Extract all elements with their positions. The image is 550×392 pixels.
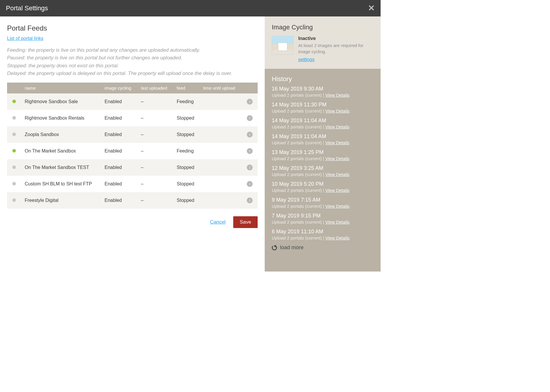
feed-name: Freestyle Digital [21,192,101,209]
info-icon[interactable]: i [247,197,253,203]
history-item: 14 May 2019 11:04 AMUpload 2 portals (cu… [272,118,374,129]
history-sub: Upload 2 portals (current)|View Details [272,124,374,129]
separator: | [323,156,324,161]
separator: | [323,108,324,113]
history-time: 12 May 2019 3:25 AM [272,165,374,171]
feed-state: Stopped [173,176,200,192]
view-details-link[interactable]: View Details [325,188,349,193]
history-sub: Upload 2 portals (current)|View Details [272,156,374,161]
view-details-link[interactable]: View Details [325,124,349,129]
view-details-link[interactable]: View Details [325,204,349,209]
col-status [7,83,21,93]
feed-image-cycling: Enabled [101,176,138,192]
feed-state: Feeding [173,93,200,110]
feed-state: Stopped [173,110,200,126]
modal-header: Portal Settings ✕ [0,0,381,16]
history-time: 14 May 2019 11:30 PM [272,102,374,108]
table-row[interactable]: Rightmove Sandbox RentalsEnabled–Stopped… [7,110,258,126]
history-item: 10 May 2019 5:20 PMUpload 2 portals (cur… [272,181,374,193]
history-summary: Upload 2 portals (current) [272,235,322,240]
feed-time-until-upload [200,143,242,159]
view-details-link[interactable]: View Details [325,156,349,161]
feed-last-uploaded: – [137,126,173,143]
feed-time-until-upload [200,192,242,209]
view-details-link[interactable]: View Details [325,108,349,113]
status-dot-icon [12,133,16,136]
table-row[interactable]: Custom SH BLM to SH test FTPEnabled–Stop… [7,176,258,192]
table-row[interactable]: Freestyle DigitalEnabled–Stoppedi [7,192,258,209]
feed-last-uploaded: – [137,110,173,126]
separator: | [323,220,324,225]
separator: | [323,140,324,145]
main-panel: Portal Feeds List of portal links Feedin… [0,16,265,272]
view-details-link[interactable]: View Details [325,220,349,225]
info-icon[interactable]: i [247,99,253,105]
status-dot-icon [12,182,16,185]
info-icon[interactable]: i [247,132,253,138]
history-summary: Upload 2 portals (current) [272,188,322,193]
feed-last-uploaded: – [137,143,173,159]
desc-delayed: Delayed: the property upload is delayed … [7,70,258,77]
feed-name: Rightmove Sandbox Sale [21,93,101,110]
image-cycling-description: At least 2 images are required for image… [298,42,374,55]
history-summary: Upload 2 portals (current) [272,108,322,113]
view-details-link[interactable]: View Details [325,235,349,240]
feed-name: Custom SH BLM to SH test FTP [21,176,101,192]
feed-state: Stopped [173,159,200,176]
image-cycling-status: Inactive [298,36,374,41]
history-summary: Upload 2 portals (current) [272,204,322,209]
close-icon[interactable]: ✕ [368,4,375,12]
table-row[interactable]: On The Market Sandbox TESTEnabled–Stoppe… [7,159,258,176]
history-item: 6 May 2019 11:10 AMUpload 2 portals (cur… [272,229,374,240]
info-icon[interactable]: i [247,148,253,154]
info-icon[interactable]: i [247,165,253,170]
view-details-link[interactable]: View Details [325,140,349,145]
history-time: 6 May 2019 11:10 AM [272,229,374,235]
history-summary: Upload 2 portals (current) [272,124,322,129]
feed-last-uploaded: – [137,192,173,209]
history-sub: Upload 2 portals (current)|View Details [272,140,374,145]
sidebar: Image Cycling Inactive At least 2 images… [265,16,381,272]
separator: | [323,204,324,209]
info-icon[interactable]: i [247,115,253,121]
feed-name: On The Market Sandbox TEST [21,159,101,176]
load-more-label: load more [280,244,304,251]
history-item: 16 May 2019 9:30 AMUpload 2 portals (cur… [272,86,374,98]
col-info [242,83,258,93]
form-actions: Cancel Save [7,216,258,228]
history-sub: Upload 2 portals (current)|View Details [272,172,374,177]
save-button[interactable]: Save [233,216,258,228]
history-heading: History [272,75,374,83]
feeds-table: name image cycling last uploaded feed ti… [7,83,258,209]
col-time-until-upload: time until upload [200,83,242,93]
status-dot-icon [12,149,16,153]
history-item: 13 May 2019 1:25 PMUpload 2 portals (cur… [272,149,374,161]
feed-state: Stopped [173,126,200,143]
separator: | [323,93,324,98]
feed-state: Feeding [173,143,200,159]
table-row[interactable]: Rightmove Sandbox SaleEnabled–Feedingi [7,93,258,110]
history-sub: Upload 2 portals (current)|View Details [272,204,374,209]
load-more-button[interactable]: load more [272,244,374,251]
history-sub: Upload 2 portals (current)|View Details [272,235,374,240]
feed-image-cycling: Enabled [101,159,138,176]
image-cycling-settings-link[interactable]: settings [298,57,314,62]
history-sub: Upload 2 portals (current)|View Details [272,188,374,193]
feed-last-uploaded: – [137,176,173,192]
info-icon[interactable]: i [247,181,253,187]
image-cycling-thumbnail [272,36,294,55]
table-row[interactable]: On The Market SandboxEnabled–Feedingi [7,143,258,159]
cancel-button[interactable]: Cancel [210,219,226,225]
table-row[interactable]: Zoopla SandboxEnabled–Stoppedi [7,126,258,143]
status-dot-icon [12,198,16,202]
history-item: 9 May 2019 7:15 AMUpload 2 portals (curr… [272,197,374,209]
portal-links-link[interactable]: List of portal links [7,36,44,41]
feed-image-cycling: Enabled [101,192,138,209]
history-item: 14 May 2019 11:04 AMUpload 2 portals (cu… [272,133,374,145]
desc-paused: Paused: the property is live on this por… [7,54,258,62]
status-dot-icon [12,100,16,103]
history-time: 14 May 2019 11:04 AM [272,118,374,124]
view-details-link[interactable]: View Details [325,93,349,98]
history-item: 14 May 2019 11:30 PMUpload 2 portals (cu… [272,102,374,113]
view-details-link[interactable]: View Details [325,172,349,177]
